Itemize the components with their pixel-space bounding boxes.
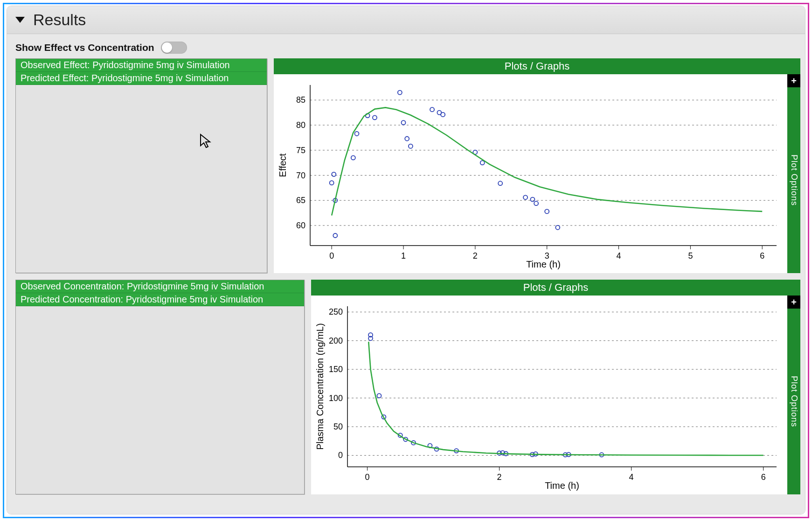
effect-chart-panel: Plots / Graphs 6065707580850123456Time (… xyxy=(274,58,800,273)
svg-point-50 xyxy=(555,225,560,230)
svg-text:0: 0 xyxy=(329,251,334,260)
svg-text:80: 80 xyxy=(296,120,305,130)
svg-text:Time (h): Time (h) xyxy=(526,259,561,269)
svg-point-44 xyxy=(480,161,485,165)
svg-text:60: 60 xyxy=(296,221,305,230)
svg-text:4: 4 xyxy=(617,251,621,260)
chart-title: Plots / Graphs xyxy=(311,280,800,296)
svg-point-49 xyxy=(545,209,549,213)
results-section-header[interactable]: Results xyxy=(7,6,805,34)
svg-text:0: 0 xyxy=(338,451,343,460)
svg-text:5: 5 xyxy=(688,251,693,260)
list-item[interactable]: Observed Concentration: Pyridostigmine 5… xyxy=(16,280,304,293)
svg-point-40 xyxy=(430,107,434,112)
svg-text:4: 4 xyxy=(629,472,634,482)
svg-text:Plasma Concentration (ng/mL): Plasma Concentration (ng/mL) xyxy=(315,323,325,450)
section-title: Results xyxy=(33,11,86,29)
toggle-knob xyxy=(162,42,172,53)
svg-text:70: 70 xyxy=(296,171,305,180)
svg-point-33 xyxy=(355,132,359,136)
add-plot-button[interactable]: + xyxy=(787,296,800,309)
svg-point-77 xyxy=(377,394,381,398)
collapse-icon xyxy=(15,17,25,23)
svg-point-37 xyxy=(402,120,406,125)
svg-text:150: 150 xyxy=(329,365,343,374)
svg-point-42 xyxy=(441,113,445,117)
svg-point-45 xyxy=(498,181,502,185)
svg-point-31 xyxy=(333,233,337,238)
svg-text:2: 2 xyxy=(473,251,478,260)
list-item[interactable]: Predicted Effect: Pyridostigmine 5mg iv … xyxy=(16,72,267,85)
toggle-label: Show Effect vs Concentration xyxy=(15,42,154,53)
svg-text:200: 200 xyxy=(329,336,343,345)
list-item[interactable]: Predicted Concentration: Pyridostigmine … xyxy=(16,293,304,306)
add-plot-button[interactable]: + xyxy=(787,74,800,87)
svg-point-36 xyxy=(398,91,402,95)
svg-point-35 xyxy=(373,115,377,120)
svg-text:2: 2 xyxy=(497,472,502,482)
plot-options-button[interactable]: Plot Options xyxy=(787,309,800,494)
svg-text:75: 75 xyxy=(296,146,305,155)
effect-chart[interactable]: 6065707580850123456Time (h)Effect xyxy=(274,74,787,273)
concentration-chart[interactable]: 0501001502002500246Time (h)Plasma Concen… xyxy=(311,296,787,494)
svg-point-32 xyxy=(351,155,355,160)
svg-text:65: 65 xyxy=(296,196,305,205)
concentration-chart-panel: Plots / Graphs 0501001502002500246Time (… xyxy=(311,280,800,494)
plot-options-button[interactable]: Plot Options xyxy=(787,87,800,273)
svg-point-46 xyxy=(523,195,527,199)
svg-text:6: 6 xyxy=(761,472,766,482)
svg-text:Effect: Effect xyxy=(278,153,288,177)
effect-series-list: Observed Effect: Pyridostigmine 5mg iv S… xyxy=(15,58,267,273)
svg-text:Time (h): Time (h) xyxy=(545,480,579,491)
svg-point-47 xyxy=(530,197,534,202)
svg-text:85: 85 xyxy=(296,95,305,105)
svg-point-29 xyxy=(332,172,336,176)
svg-text:50: 50 xyxy=(333,422,343,431)
svg-text:250: 250 xyxy=(329,307,343,317)
svg-text:100: 100 xyxy=(329,394,343,403)
svg-text:0: 0 xyxy=(365,472,369,482)
results-body: Show Effect vs Concentration Observed Ef… xyxy=(7,34,805,514)
list-item[interactable]: Observed Effect: Pyridostigmine 5mg iv S… xyxy=(16,59,267,72)
concentration-series-list: Observed Concentration: Pyridostigmine 5… xyxy=(15,280,305,494)
svg-text:6: 6 xyxy=(760,251,764,260)
svg-point-28 xyxy=(330,181,334,185)
svg-point-38 xyxy=(405,137,409,141)
svg-text:1: 1 xyxy=(401,251,406,260)
svg-point-48 xyxy=(534,201,538,205)
show-effect-vs-concentration-toggle[interactable] xyxy=(161,42,187,54)
svg-point-39 xyxy=(409,144,413,148)
chart-title: Plots / Graphs xyxy=(274,58,800,74)
